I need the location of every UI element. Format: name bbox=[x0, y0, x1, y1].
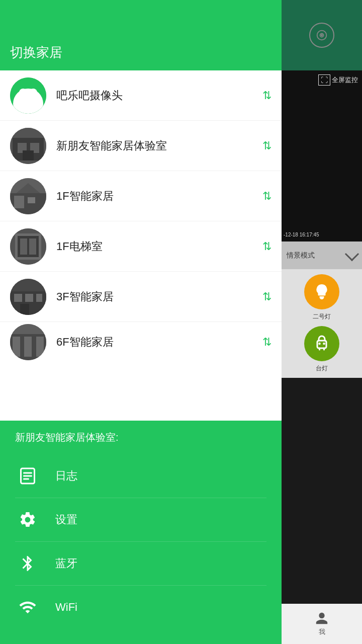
page-title: 切换家居 bbox=[10, 44, 62, 61]
sort-icon-2[interactable]: ⇅ bbox=[262, 190, 272, 203]
main-overlay: 切换家居 吧乐吧摄像头 ⇅ bbox=[0, 0, 282, 644]
avatar-2 bbox=[10, 178, 46, 214]
svg-rect-42 bbox=[23, 475, 32, 477]
sort-icon-4[interactable]: ⇅ bbox=[262, 290, 272, 303]
avatar-5 bbox=[10, 324, 46, 360]
menu-item-log[interactable]: 日志 bbox=[15, 454, 266, 498]
svg-rect-25 bbox=[15, 233, 41, 260]
svg-rect-39 bbox=[36, 337, 44, 357]
menu-bluetooth-label: 蓝牙 bbox=[55, 556, 77, 571]
wifi-icon bbox=[15, 595, 40, 620]
svg-point-13 bbox=[33, 91, 35, 93]
svg-rect-19 bbox=[23, 150, 34, 160]
sort-icon-3[interactable]: ⇅ bbox=[262, 240, 272, 253]
scene-bar[interactable]: 情景模式 bbox=[282, 242, 362, 269]
device-light2-label: 二号灯 bbox=[313, 312, 331, 321]
list-item[interactable]: 1F智能家居 ⇅ bbox=[0, 171, 282, 221]
sort-icon-1[interactable]: ⇅ bbox=[262, 139, 272, 152]
menu-log-label: 日志 bbox=[55, 468, 77, 484]
bluetooth-icon bbox=[15, 551, 40, 576]
svg-rect-22 bbox=[14, 196, 24, 208]
list-item-name: 吧乐吧摄像头 bbox=[56, 88, 262, 103]
list-item[interactable]: 吧乐吧摄像头 ⇅ bbox=[0, 70, 282, 121]
settings-icon bbox=[15, 507, 40, 532]
bottom-menu: 新朋友智能家居体验室: 日志 bbox=[0, 421, 282, 644]
bottom-menu-items: 日志 设置 蓝牙 bbox=[15, 454, 266, 629]
sort-icon-0[interactable]: ⇅ bbox=[262, 89, 272, 102]
svg-rect-26 bbox=[18, 236, 39, 257]
device-light2-circle bbox=[304, 274, 339, 309]
svg-rect-20 bbox=[10, 178, 46, 214]
right-top-bar bbox=[282, 0, 362, 70]
camera-icon bbox=[309, 23, 334, 48]
svg-rect-14 bbox=[20, 100, 36, 102]
avatar-1 bbox=[10, 128, 46, 164]
svg-rect-17 bbox=[18, 143, 27, 153]
list-item-name: 1F智能家居 bbox=[56, 189, 262, 204]
list-item-name: 6F智能家居 bbox=[56, 335, 262, 350]
svg-point-11 bbox=[31, 90, 36, 95]
device-desk[interactable]: 台灯 bbox=[304, 326, 339, 373]
avatar-3 bbox=[10, 228, 46, 265]
svg-point-9 bbox=[29, 89, 37, 97]
right-devices: 二号灯 台灯 bbox=[282, 269, 362, 378]
svg-rect-18 bbox=[30, 143, 39, 153]
nav-me[interactable]: 我 bbox=[315, 611, 329, 636]
svg-rect-35 bbox=[10, 324, 46, 360]
list-item[interactable]: 3F智能家居 ⇅ bbox=[0, 272, 282, 322]
sort-icon-5[interactable]: ⇅ bbox=[262, 336, 272, 349]
svg-point-2 bbox=[321, 35, 322, 36]
svg-rect-31 bbox=[14, 294, 22, 302]
right-panel: ⛶ 全屏监控 -12-18 16:17:45 情景模式 二号灯 bbox=[282, 0, 362, 644]
svg-rect-16 bbox=[13, 138, 44, 160]
list-item[interactable]: 新朋友智能家居体验室 ⇅ bbox=[0, 121, 282, 171]
svg-rect-33 bbox=[36, 294, 42, 302]
menu-item-wifi[interactable]: WiFi bbox=[15, 586, 266, 629]
avatar-0 bbox=[10, 77, 46, 114]
svg-rect-34 bbox=[20, 304, 29, 315]
menu-wifi-label: WiFi bbox=[55, 601, 77, 614]
svg-rect-43 bbox=[23, 478, 29, 480]
device-desk-circle bbox=[304, 326, 339, 361]
svg-rect-41 bbox=[23, 472, 32, 474]
svg-rect-23 bbox=[28, 197, 35, 203]
bottom-menu-header: 新朋友智能家居体验室: bbox=[15, 431, 266, 444]
svg-rect-27 bbox=[20, 238, 27, 255]
avatar-4 bbox=[10, 279, 46, 315]
scene-label: 情景模式 bbox=[287, 251, 315, 260]
svg-point-7 bbox=[17, 90, 39, 108]
svg-rect-37 bbox=[13, 337, 20, 357]
list-item-name: 3F智能家居 bbox=[56, 289, 262, 304]
list-item-name: 新朋友智能家居体验室 bbox=[56, 138, 262, 153]
svg-rect-21 bbox=[10, 193, 46, 214]
svg-point-6 bbox=[10, 77, 46, 114]
device-desk-label: 台灯 bbox=[316, 364, 328, 373]
device-light2[interactable]: 二号灯 bbox=[304, 274, 339, 321]
svg-rect-30 bbox=[10, 291, 46, 315]
list-item-name: 1F电梯室 bbox=[56, 239, 262, 254]
chevron-down-icon[interactable] bbox=[345, 247, 359, 261]
home-list: 吧乐吧摄像头 ⇅ 新朋友智能家居体验室 ⇅ bbox=[0, 70, 282, 421]
log-icon bbox=[15, 463, 40, 489]
svg-point-12 bbox=[23, 91, 25, 93]
svg-point-4 bbox=[318, 343, 321, 345]
fullscreen-label[interactable]: ⛶ 全屏监控 bbox=[318, 74, 358, 86]
menu-settings-label: 设置 bbox=[55, 512, 77, 527]
menu-item-settings[interactable]: 设置 bbox=[15, 498, 266, 542]
timestamp: -12-18 16:17:45 bbox=[284, 232, 319, 237]
svg-rect-15 bbox=[10, 128, 46, 164]
svg-rect-24 bbox=[10, 228, 46, 265]
svg-point-5 bbox=[323, 343, 325, 345]
svg-rect-38 bbox=[24, 337, 32, 357]
list-item[interactable]: 6F智能家居 ⇅ bbox=[0, 322, 282, 362]
svg-point-10 bbox=[21, 90, 26, 95]
svg-point-8 bbox=[19, 89, 27, 97]
svg-rect-32 bbox=[25, 294, 33, 302]
list-item[interactable]: 1F电梯室 ⇅ bbox=[0, 221, 282, 272]
svg-rect-36 bbox=[10, 334, 46, 360]
svg-rect-3 bbox=[317, 341, 326, 348]
header: 切换家居 bbox=[0, 0, 282, 70]
menu-item-bluetooth[interactable]: 蓝牙 bbox=[15, 542, 266, 586]
svg-rect-29 bbox=[10, 279, 46, 315]
svg-rect-28 bbox=[29, 238, 36, 255]
